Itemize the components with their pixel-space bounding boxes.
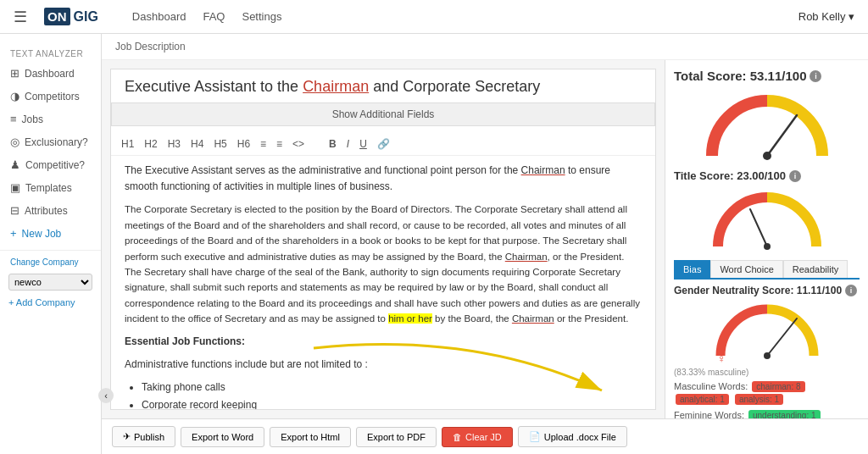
title-rest: and Corporate Secretary	[369, 78, 540, 95]
tab-word-choice[interactable]: Word Choice	[710, 260, 782, 278]
company-select[interactable]: newco	[8, 274, 92, 291]
chairman-link-3: Chairman	[512, 313, 554, 324]
chairman-link-2: Chairman	[505, 252, 548, 262]
list-item: Corporate record keeping	[142, 397, 642, 410]
masc-tag-analysis[interactable]: analysis: 1	[735, 394, 783, 405]
sidebar-label-exclusionary: Exclusionary?	[25, 136, 88, 148]
h4-button[interactable]: H4	[187, 136, 207, 152]
total-score-info[interactable]: i	[810, 70, 821, 82]
functions-intro: Administrative functions include but are…	[125, 357, 642, 373]
editor-body[interactable]: The Executive Assistant serves as the ad…	[111, 156, 655, 410]
export-html-button[interactable]: Export to Html	[270, 427, 351, 447]
main-layout: TEXT ANALYZER ⊞ Dashboard ◑ Competitors …	[0, 34, 868, 454]
nav-settings[interactable]: Settings	[242, 10, 281, 23]
h2-button[interactable]: H2	[141, 136, 160, 152]
svg-line-0	[767, 115, 797, 156]
logo: ONGIG	[44, 8, 98, 25]
upload-icon: 📄	[529, 431, 541, 442]
bold-button[interactable]: B	[326, 136, 340, 152]
competitors-icon: ◑	[10, 90, 19, 102]
gender-score-info[interactable]: i	[845, 285, 857, 296]
new-job-icon: +	[10, 227, 17, 240]
link-button[interactable]: 🔗	[374, 136, 393, 152]
company-selector: newco	[0, 269, 101, 296]
breadcrumb: Job Description	[102, 34, 868, 60]
sidebar-item-templates[interactable]: ▣ Templates	[0, 176, 101, 199]
sidebar-label-templates: Templates	[25, 182, 72, 194]
unordered-list-button[interactable]: ≡	[257, 136, 270, 152]
list-item: Taking phone calls	[142, 379, 642, 396]
h6-button[interactable]: H6	[234, 136, 253, 152]
sidebar-collapse-button[interactable]: ‹	[98, 388, 114, 403]
upload-docx-button[interactable]: 📄 Upload .docx File	[518, 426, 627, 447]
sidebar-item-dashboard[interactable]: ⊞ Dashboard	[0, 62, 101, 85]
sidebar-item-attributes[interactable]: ⊟ Attributes	[0, 199, 101, 222]
paragraph-2: The Corporate Secretary is elected to th…	[125, 202, 642, 326]
code-button[interactable]: <>	[289, 136, 308, 152]
templates-icon: ▣	[10, 181, 20, 194]
sidebar-item-exclusionary[interactable]: ◎ Exclusionary?	[0, 130, 101, 153]
sidebar: TEXT ANALYZER ⊞ Dashboard ◑ Competitors …	[0, 34, 102, 454]
title-score: Title Score: 23.00/100 i	[674, 169, 860, 182]
essential-heading: Essential Job Functions:	[125, 334, 642, 350]
show-additional-fields-button[interactable]: Show Additional Fields	[111, 102, 655, 126]
logo-box: ON	[44, 8, 70, 25]
underline-button[interactable]: U	[356, 136, 370, 152]
tab-readability[interactable]: Readability	[783, 260, 848, 278]
hamburger-menu[interactable]: ☰	[14, 8, 27, 26]
italic-button[interactable]: I	[343, 136, 353, 152]
publish-button[interactable]: ✈ Publish	[112, 426, 175, 447]
h3-button[interactable]: H3	[164, 136, 184, 152]
h1-button[interactable]: H1	[118, 136, 137, 152]
masc-tag-analytical[interactable]: analytical: 1	[676, 394, 729, 405]
user-menu[interactable]: Rob Kelly ▾	[798, 10, 854, 23]
export-word-button[interactable]: Export to Word	[181, 427, 264, 447]
sidebar-label-competitive: Competitive?	[25, 159, 85, 171]
sidebar-item-competitors[interactable]: ◑ Competitors	[0, 85, 101, 108]
svg-point-1	[763, 152, 771, 160]
sidebar-section-label: TEXT ANALYZER	[0, 42, 101, 62]
him-or-her-highlight: him or her	[388, 313, 432, 324]
sidebar-label-dashboard: Dashboard	[25, 68, 75, 80]
bottom-toolbar: ✈ Publish Export to Word Export to Html …	[102, 418, 868, 454]
nav-dashboard[interactable]: Dashboard	[132, 10, 186, 23]
content-area: Job Description Executive Assistant to t…	[102, 34, 868, 454]
paragraph-1: The Executive Assistant serves as the ad…	[125, 163, 642, 195]
sidebar-item-competitive[interactable]: ♟ Competitive?	[0, 153, 101, 176]
export-pdf-button[interactable]: Export to PDF	[356, 427, 437, 447]
total-score-gauge	[674, 88, 860, 164]
h5-button[interactable]: H5	[210, 136, 230, 152]
nav-faq[interactable]: FAQ	[203, 10, 225, 23]
editor-panel: Executive Assistant to the Chairman and …	[102, 60, 868, 418]
sidebar-label-competitors: Competitors	[25, 91, 80, 102]
svg-point-5	[764, 352, 771, 359]
score-tabs: Bias Word Choice Readability	[674, 260, 860, 280]
add-company-button[interactable]: + Add Company	[0, 296, 101, 309]
editor[interactable]: Executive Assistant to the Chairman and …	[110, 69, 656, 410]
svg-line-2	[750, 209, 767, 246]
masc-tag-chairman[interactable]: chairman: 8	[752, 381, 804, 392]
sidebar-item-new-job[interactable]: + New Job	[0, 222, 101, 245]
sidebar-label-new-job: New Job	[22, 228, 62, 240]
tab-bias[interactable]: Bias	[674, 260, 710, 278]
clear-jd-button[interactable]: 🗑 Clear JD	[442, 427, 513, 447]
exclusionary-icon: ◎	[10, 136, 19, 148]
gender-gauge: ♀	[674, 302, 860, 363]
clear-icon: 🗑	[453, 432, 462, 442]
formatting-toolbar: H1 H2 H3 H4 H5 H6 ≡ ≡ <> B I U 🔗	[111, 133, 655, 156]
score-panel: Total Score: 53.11/100 i	[665, 60, 868, 418]
total-score: Total Score: 53.11/100 i	[674, 69, 860, 83]
title-score-info[interactable]: i	[789, 170, 801, 182]
feminine-words-row: Feminine Words: understanding: 1 shares:…	[674, 409, 860, 418]
job-title-bar: Executive Assistant to the Chairman and …	[111, 69, 655, 102]
gender-score: Gender Neutrality Score: 11.11/100 i	[674, 285, 860, 296]
svg-line-4	[767, 318, 797, 356]
sidebar-item-jobs[interactable]: ≡ Jobs	[0, 108, 101, 130]
title-plain: Executive Assistant to the	[125, 78, 303, 95]
change-company-link[interactable]: Change Company	[0, 256, 101, 269]
fem-tag-understanding[interactable]: understanding: 1	[748, 410, 821, 418]
publish-icon: ✈	[123, 431, 131, 442]
masculine-words-row: Masculine Words: chairman: 8 analytical:…	[674, 380, 860, 406]
ordered-list-button[interactable]: ≡	[273, 136, 286, 152]
job-title: Executive Assistant to the Chairman and …	[125, 78, 540, 95]
